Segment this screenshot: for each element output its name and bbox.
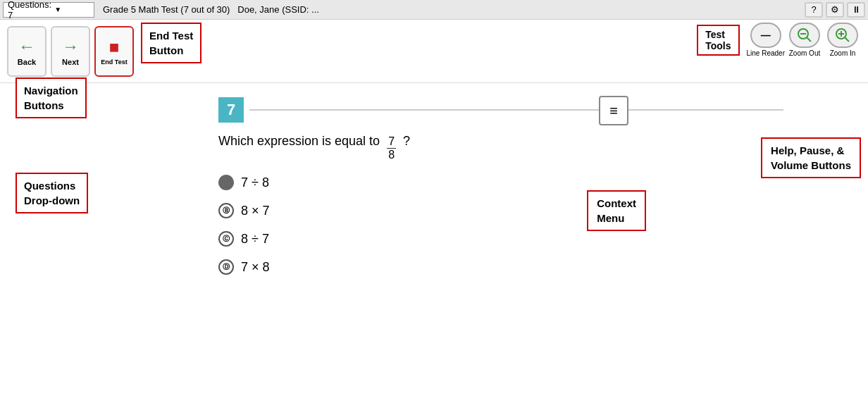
pause-button[interactable]: ⏸ [847, 2, 865, 18]
questions-dropdown[interactable]: Questions: 7 ▼ [3, 2, 94, 18]
context-menu-annotation: ContextMenu [587, 190, 646, 231]
top-right-buttons: ? ⚙ ⏸ [805, 2, 865, 18]
zoom-in-label: Zoom In [830, 49, 856, 57]
option-b-radio[interactable]: Ⓑ [218, 203, 234, 218]
question-header: 7 ≡ [218, 97, 826, 123]
option-a[interactable]: 7 ÷ 8 [218, 175, 826, 190]
line-reader-button[interactable]: — Line Reader [747, 23, 785, 57]
help-pause-volume-annotation: Help, Pause, &Volume Buttons [761, 137, 861, 178]
page-wrapper: Questions: 7 ▼ Grade 5 Math Test (7 out … [0, 0, 868, 415]
back-icon: ← [18, 37, 35, 56]
svg-line-1 [807, 37, 811, 42]
nav-buttons-annotation: NavigationButtons [16, 78, 87, 118]
option-c[interactable]: Ⓒ 8 ÷ 7 [218, 231, 826, 247]
zoom-out-label: Zoom Out [789, 49, 820, 57]
test-title: Grade 5 Math Test (7 out of 30) Doe, Jan… [103, 4, 805, 15]
option-a-radio[interactable] [218, 175, 234, 190]
zoom-out-button[interactable]: Zoom Out [786, 23, 823, 57]
end-test-button-annotation: End Test Button [141, 23, 202, 63]
end-icon: ■ [109, 37, 120, 57]
option-d[interactable]: Ⓓ 7 × 8 [218, 259, 826, 275]
next-icon: → [62, 37, 79, 56]
top-bar: Questions: 7 ▼ Grade 5 Math Test (7 out … [0, 0, 868, 20]
test-tools-annotation: Test Tools [697, 25, 739, 56]
questions-dropdown-label: Questions: 7 [8, 0, 51, 20]
back-button[interactable]: ← Back [7, 26, 46, 77]
chevron-down-icon: ▼ [54, 6, 89, 13]
option-d-radio[interactable]: Ⓓ [218, 259, 234, 275]
question-text: Which expression is equal to 7 8 ? [218, 134, 826, 161]
help-button[interactable]: ? [805, 2, 823, 18]
question-number: 7 [218, 97, 244, 123]
option-a-text: 7 ÷ 8 [241, 175, 269, 190]
option-b-text: 8 × 7 [241, 204, 270, 218]
back-label: Back [18, 58, 36, 66]
question-content: 7 ≡ Which expression is equal to 7 8 ? 7… [0, 83, 868, 299]
option-c-radio[interactable]: Ⓒ [218, 231, 234, 247]
end-test-label: End Test [101, 58, 127, 66]
question-fraction: 7 8 [387, 135, 396, 161]
option-c-text: 8 ÷ 7 [241, 232, 269, 247]
test-tools-section: Test Tools — Line Reader Zoom Out Zoom I… [697, 23, 861, 57]
context-menu-button[interactable]: ≡ [599, 96, 628, 125]
questions-dropdown-annotation: QuestionsDrop-down [16, 173, 88, 213]
option-d-text: 7 × 8 [241, 260, 270, 275]
option-b[interactable]: Ⓑ 8 × 7 [218, 203, 826, 218]
line-reader-label: Line Reader [747, 49, 785, 57]
zoom-in-button[interactable]: Zoom In [824, 23, 861, 57]
next-label: Next [62, 58, 79, 66]
nav-tools-bar: ← Back → Next ■ End Test End Test Button… [0, 20, 868, 83]
next-button[interactable]: → Next [51, 26, 90, 77]
answer-options: 7 ÷ 8 Ⓑ 8 × 7 Ⓒ 8 ÷ 7 Ⓓ 7 × 8 [218, 175, 826, 275]
settings-button[interactable]: ⚙ [826, 2, 844, 18]
zoom-out-icon [789, 23, 820, 48]
question-divider [249, 109, 783, 111]
line-reader-icon: — [750, 23, 781, 48]
end-test-button[interactable]: ■ End Test [94, 26, 134, 77]
svg-line-4 [845, 37, 849, 42]
zoom-in-icon [827, 23, 858, 48]
